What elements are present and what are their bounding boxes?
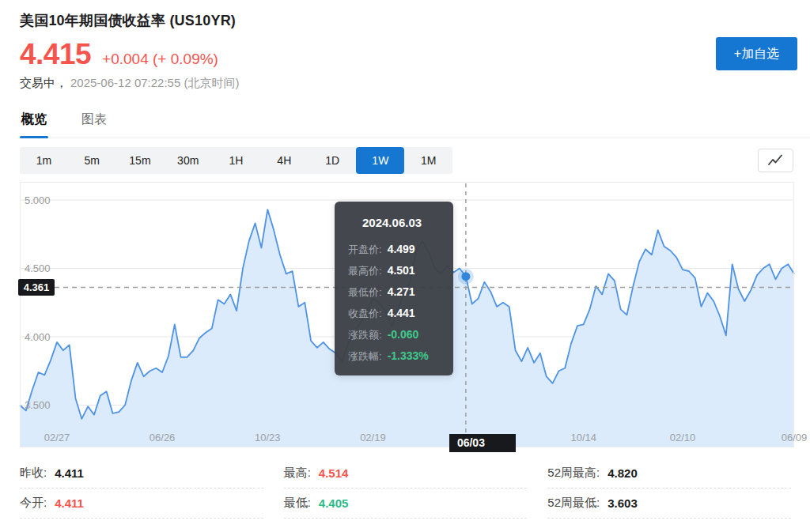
tab-bar: 概览图表 [20, 111, 810, 138]
x-axis-label: 10/23 [255, 432, 281, 443]
stats-grid: 昨收:4.411最高:4.51452周最高:4.820今开:4.411最低:4.… [20, 458, 791, 519]
stat-52周最高: 52周最高:4.820 [547, 458, 791, 489]
stat-最低: 最低:4.405 [284, 489, 528, 519]
price-change: +0.004 (+ 0.09%) [102, 51, 218, 68]
tooltip-row: 最低价:4.271 [348, 281, 453, 303]
range-button-1m[interactable]: 1m [20, 147, 68, 174]
range-button-1W[interactable]: 1W [356, 147, 404, 174]
chart-tooltip: 2024.06.03 开盘价:4.499最高价:4.501最低价:4.271收盘… [335, 202, 453, 375]
tooltip-date: 2024.06.03 [362, 216, 453, 229]
price-chart[interactable]: 5.0004.5004.0003.50002/2706/2610/2302/19… [20, 182, 794, 447]
line-chart-icon [767, 154, 785, 167]
tooltip-rows: 开盘价:4.499最高价:4.501最低价:4.271收盘价:4.441涨跌额:… [348, 239, 453, 367]
x-axis-label: 10/14 [570, 432, 596, 443]
range-row: 1m5m15m30m1H4H1D1W1M [20, 147, 810, 174]
range-button-1M[interactable]: 1M [404, 147, 452, 174]
chart-style-button[interactable] [758, 149, 793, 172]
tooltip-row: 涨跌额:-0.060 [348, 324, 453, 345]
current-price: 4.415 [20, 38, 91, 71]
stat-52周最低: 52周最低:3.603 [547, 489, 791, 519]
tooltip-row: 最高价:4.501 [348, 260, 453, 281]
range-button-5m[interactable]: 5m [68, 147, 116, 174]
quote-page: 美国10年期国债收益率 (US10YR) 4.415 +0.004 (+ 0.0… [0, 0, 810, 532]
stat-今开: 今开:4.411 [20, 489, 263, 519]
tooltip-row: 开盘价:4.499 [348, 239, 453, 260]
x-axis-label: 02/10 [670, 432, 696, 443]
tab-概览[interactable]: 概览 [20, 111, 48, 138]
x-axis-label: 06/26 [150, 432, 176, 443]
tooltip-row: 收盘价:4.441 [348, 303, 453, 324]
y-axis-label: 4.500 [25, 262, 51, 274]
range-button-1H[interactable]: 1H [212, 147, 260, 174]
status-row: 交易中，2025-06-12 07:22:55 (北京时间) [20, 76, 810, 91]
y-axis-label: 5.000 [25, 194, 51, 206]
range-button-30m[interactable]: 30m [164, 147, 212, 174]
stat-昨收: 昨收:4.411 [20, 458, 263, 489]
tab-图表[interactable]: 图表 [80, 111, 108, 138]
range-button-4H[interactable]: 4H [260, 147, 308, 174]
y-axis-label: 3.500 [25, 399, 51, 411]
price-row: 4.415 +0.004 (+ 0.09%) [20, 38, 810, 71]
x-axis-label: 02/19 [360, 432, 386, 443]
range-button-1D[interactable]: 1D [308, 147, 357, 174]
trading-status: 交易中， [20, 76, 67, 89]
crosshair-date-badge: 06/03 [449, 434, 516, 452]
add-watchlist-button[interactable]: +加自选 [716, 37, 797, 70]
y-axis-label: 4.000 [25, 331, 51, 343]
tooltip-row: 涨跌幅:-1.333% [348, 345, 453, 367]
x-axis-label: 06/09 [782, 432, 808, 443]
range-selector: 1m5m15m30m1H4H1D1W1M [20, 147, 452, 174]
x-axis-label: 02/27 [44, 432, 70, 443]
last-price-badge: 4.361 [18, 279, 55, 296]
stat-最高: 最高:4.514 [284, 458, 528, 489]
page-title: 美国10年期国债收益率 (US10YR) [20, 11, 810, 30]
range-button-15m[interactable]: 15m [116, 147, 165, 174]
quote-timestamp: 2025-06-12 07:22:55 (北京时间) [70, 76, 239, 89]
hover-point-dot [461, 272, 470, 281]
